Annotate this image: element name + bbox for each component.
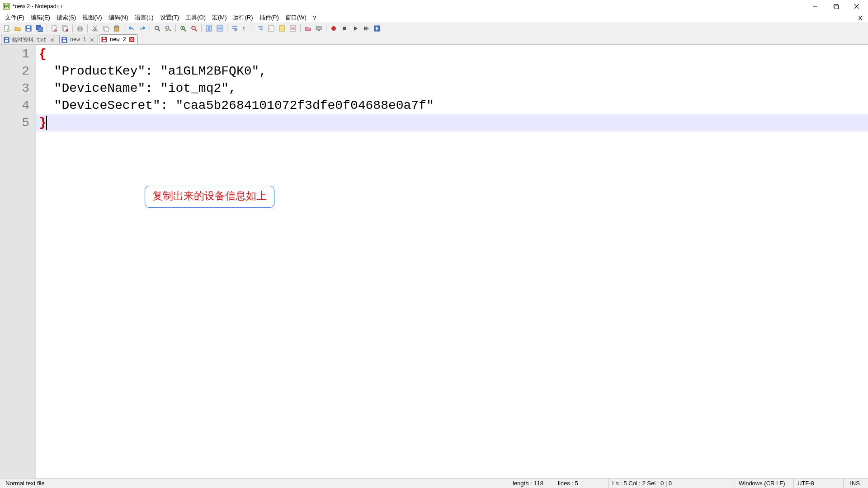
svg-rect-55 [103,40,106,42]
monitor-icon[interactable] [314,23,324,33]
menu-plugins[interactable]: 插件(P) [256,13,282,22]
save-all-icon[interactable] [34,23,44,33]
tab-0[interactable]: 临时资料.txt [1,35,58,44]
svg-line-4 [854,4,859,9]
tab-close-button[interactable] [89,37,95,43]
svg-line-31 [184,29,186,31]
svg-line-5 [854,4,859,9]
menu-search[interactable]: 搜索(S) [53,13,79,22]
show-chars-icon[interactable]: ¶ [241,23,250,33]
copy-icon[interactable] [101,23,111,33]
svg-rect-36 [217,26,222,28]
line-number-gutter: 12345 [0,45,36,478]
code-line[interactable]: "DeviceSecret": "caa5b2684101072f3dfe0f0… [36,97,868,114]
svg-text:¶: ¶ [243,26,245,31]
toolbar: ¶L [0,23,868,34]
toolbar-separator [72,24,73,33]
save-macro-icon[interactable] [372,23,382,33]
svg-rect-10 [27,26,30,28]
open-file-icon[interactable] [13,23,23,33]
annotation-callout: 复制出来的设备信息如上 [145,186,274,208]
line-number: 4 [0,97,36,114]
editor[interactable]: 12345 { "ProductKey": "a1GLM2BFQK0", "De… [0,45,868,478]
line-number: 1 [0,46,36,63]
tab-close-button[interactable] [129,37,135,42]
menu-settings[interactable]: 设置(T) [157,13,183,22]
sync-v-icon[interactable] [204,23,214,33]
menu-run[interactable]: 运行(R) [230,13,256,22]
toolbar-separator [47,24,47,33]
lang-icon[interactable]: L [266,23,276,33]
status-filetype: Normal text file [2,479,137,488]
menu-language[interactable]: 语言(L) [132,13,157,22]
print-icon[interactable] [75,23,85,33]
menubar-close-doc-button[interactable]: X [854,14,866,22]
svg-rect-2 [834,4,837,8]
disk-icon [101,37,108,43]
play-icon[interactable] [350,23,360,33]
toolbar-separator [87,24,88,33]
menu-view[interactable]: 视图(V) [79,13,105,22]
code-area[interactable]: { "ProductKey": "a1GLM2BFQK0", "DeviceNa… [36,45,868,478]
toolbar-separator [201,24,202,33]
toolbar-separator [227,24,227,33]
wrap-icon[interactable] [230,23,240,33]
svg-point-45 [331,26,336,31]
status-eol: Windows (CR LF) [735,479,794,488]
zoom-in-icon[interactable] [178,23,188,33]
replace-icon[interactable] [163,23,173,33]
svg-rect-53 [63,38,66,39]
tab-2[interactable]: new 2 [99,34,138,44]
svg-line-33 [195,29,197,31]
tab-label: 临时资料.txt [12,36,47,44]
line-number: 5 [0,114,36,131]
line-number: 3 [0,80,36,97]
code-line[interactable]: "DeviceName": "iot_mq2", [36,80,868,97]
tab-1[interactable]: new 1 [59,35,98,44]
tab-label: new 2 [110,37,126,43]
save-icon[interactable] [24,23,33,33]
menu-window[interactable]: 窗口(W) [282,13,310,22]
sync-h-icon[interactable] [215,23,225,33]
menu-macro[interactable]: 宏(M) [209,13,230,22]
close-icon[interactable] [49,23,59,33]
svg-rect-52 [63,40,66,42]
svg-point-29 [166,26,169,29]
code-line[interactable]: "ProductKey": "a1GLM2BFQK0", [36,63,868,80]
minimize-button[interactable] [805,0,826,13]
cut-icon[interactable] [90,23,100,33]
stop-icon[interactable] [340,23,349,33]
menu-tools[interactable]: 工具(O) [182,13,209,22]
menu-edit[interactable]: 编辑(E) [28,13,53,22]
close-button[interactable] [846,0,867,13]
play-multi-icon[interactable] [361,23,371,33]
svg-rect-43 [316,26,321,30]
titlebar: *new 2 - Notepad++ [0,0,868,13]
new-file-icon[interactable] [2,23,12,33]
svg-point-27 [155,26,159,30]
tab-close-button[interactable] [49,37,55,43]
redo-icon[interactable] [137,23,147,33]
code-line[interactable]: { [36,46,868,63]
func-list-icon[interactable] [288,23,298,33]
svg-rect-49 [5,40,8,42]
zoom-out-icon[interactable] [189,23,199,33]
svg-rect-44 [318,30,320,31]
folder-icon[interactable] [303,23,313,33]
close-all-icon[interactable] [60,23,70,33]
code-line[interactable]: } [36,114,868,131]
find-icon[interactable] [152,23,162,33]
record-icon[interactable] [329,23,339,33]
menu-help[interactable]: ? [310,14,319,22]
maximize-button[interactable] [826,0,846,13]
doc-map-icon[interactable] [277,23,287,33]
menu-file[interactable]: 文件(F) [2,13,28,22]
undo-icon[interactable] [127,23,137,33]
svg-rect-50 [5,38,8,39]
paste-icon[interactable] [112,23,122,33]
indent-guide-icon[interactable] [255,23,265,33]
statusbar: Normal text file length : 118 lines : 5 … [0,478,868,488]
svg-rect-37 [217,29,222,31]
menu-encoding[interactable]: 编码(N) [105,13,132,22]
svg-rect-26 [115,26,118,27]
